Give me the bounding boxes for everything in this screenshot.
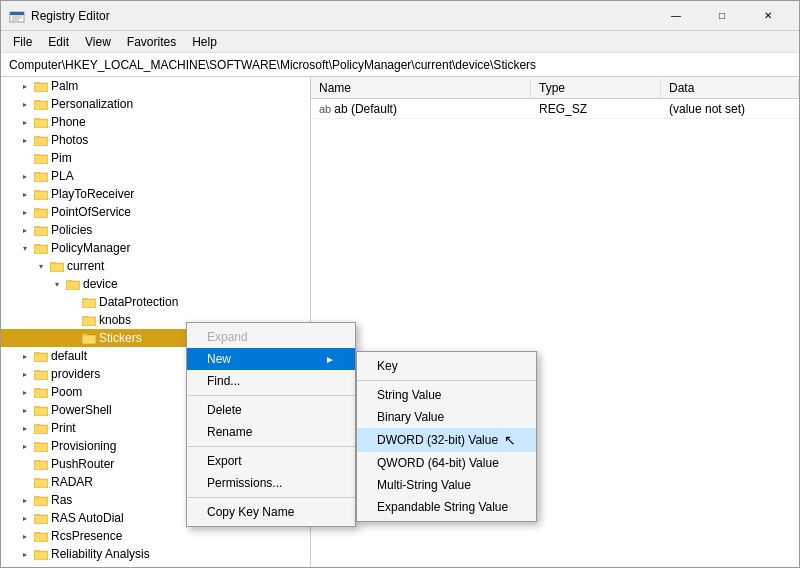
tree-expander-default[interactable]: ▸ <box>17 347 33 365</box>
tree-item-current[interactable]: ▾ current <box>1 257 310 275</box>
menu-file[interactable]: File <box>5 33 40 51</box>
tree-expander-powershell[interactable]: ▸ <box>17 401 33 419</box>
tree-item-pim[interactable]: Pim <box>1 149 310 167</box>
tree-expander-photos[interactable]: ▸ <box>17 131 33 149</box>
folder-icon-knobs <box>81 312 97 328</box>
maximize-button[interactable]: □ <box>699 1 745 31</box>
tree-item-dataprotection[interactable]: DataProtection <box>1 293 310 311</box>
menubar: File Edit View Favorites Help <box>1 31 799 53</box>
svg-rect-18 <box>34 154 40 157</box>
sub-key[interactable]: Key <box>357 355 536 377</box>
folder-icon-personalization <box>33 96 49 112</box>
sub-expandablestringvalue[interactable]: Expandable String Value <box>357 496 536 518</box>
tree-expander-ras[interactable]: ▸ <box>17 491 33 509</box>
tree-expander-current[interactable]: ▾ <box>33 257 49 275</box>
sub-dwordvalue[interactable]: DWORD (32-bit) Value ↖ <box>357 428 536 452</box>
tree-expander-reliabilityanalysis[interactable]: ▸ <box>17 545 33 563</box>
tree-expander-playtoreceiver[interactable]: ▸ <box>17 185 33 203</box>
tree-expander-palm[interactable]: ▸ <box>17 77 33 95</box>
ctx-find[interactable]: Find... <box>187 370 355 392</box>
tree-expander-personalization[interactable]: ▸ <box>17 95 33 113</box>
tree-item-pointofservice[interactable]: ▸ PointOfService <box>1 203 310 221</box>
svg-rect-12 <box>34 118 40 121</box>
tree-label-radar: RADAR <box>51 475 93 489</box>
ctx-rename[interactable]: Rename <box>187 421 355 443</box>
address-path: Computer\HKEY_LOCAL_MACHINE\SOFTWARE\Mic… <box>9 58 536 72</box>
svg-rect-1 <box>10 12 24 15</box>
svg-rect-36 <box>50 262 56 265</box>
folder-icon-rasautodial <box>33 510 49 526</box>
folder-icon-photos <box>33 132 49 148</box>
tree-expander-print[interactable]: ▸ <box>17 419 33 437</box>
ctx-export[interactable]: Export <box>187 450 355 472</box>
sub-multistringvalue[interactable]: Multi-String Value <box>357 474 536 496</box>
tree-expander-rasautodial[interactable]: ▸ <box>17 509 33 527</box>
ctx-expand[interactable]: Expand <box>187 326 355 348</box>
tree-expander-rcspresence[interactable]: ▸ <box>17 527 33 545</box>
svg-rect-3 <box>12 17 22 18</box>
tree-expander-phone[interactable]: ▸ <box>17 113 33 131</box>
title-bar-buttons: — □ ✕ <box>653 1 791 31</box>
folder-icon-pla <box>33 168 49 184</box>
folder-icon-policies <box>33 222 49 238</box>
tree-item-policymanager[interactable]: ▾ PolicyManager <box>1 239 310 257</box>
folder-icon-phone <box>33 114 49 130</box>
menu-view[interactable]: View <box>77 33 119 51</box>
minimize-button[interactable]: — <box>653 1 699 31</box>
svg-rect-75 <box>34 496 40 499</box>
tree-item-personalization[interactable]: ▸ Personalization <box>1 95 310 113</box>
col-header-data[interactable]: Data <box>661 79 799 97</box>
svg-rect-45 <box>82 316 88 319</box>
sub-sep-1 <box>357 380 536 381</box>
cell-name-0: abab (Default) <box>311 100 531 118</box>
ctx-new[interactable]: New ► <box>187 348 355 370</box>
tree-label-pushrouter: PushRouter <box>51 457 114 471</box>
tree-label-pla: PLA <box>51 169 74 183</box>
tree-expander-device[interactable]: ▾ <box>49 275 65 293</box>
tree-expander-poom[interactable]: ▸ <box>17 383 33 401</box>
tree-expander-policies[interactable]: ▸ <box>17 221 33 239</box>
tree-item-phone[interactable]: ▸ Phone <box>1 113 310 131</box>
ctx-permissions[interactable]: Permissions... <box>187 472 355 494</box>
tree-expander-policymanager[interactable]: ▾ <box>17 239 33 257</box>
list-row[interactable]: abab (Default) REG_SZ (value not set) <box>311 99 799 119</box>
tree-item-rcspresence[interactable]: ▸ RcsPresence <box>1 527 310 545</box>
menu-favorites[interactable]: Favorites <box>119 33 184 51</box>
tree-expander-provisioning[interactable]: ▸ <box>17 437 33 455</box>
tree-expander-stickers <box>65 329 81 347</box>
close-button[interactable]: ✕ <box>745 1 791 31</box>
col-header-type[interactable]: Type <box>531 79 661 97</box>
menu-help[interactable]: Help <box>184 33 225 51</box>
tree-expander-radar <box>17 473 33 491</box>
tree-item-playtoreceiver[interactable]: ▸ PlayToReceiver <box>1 185 310 203</box>
ctx-delete[interactable]: Delete <box>187 399 355 421</box>
tree-label-stickers: Stickers <box>99 331 142 345</box>
tree-item-reliabilityanalysis[interactable]: ▸ Reliability Analysis <box>1 545 310 563</box>
title-bar: Registry Editor — □ ✕ <box>1 1 799 31</box>
cursor-indicator: ↖ <box>504 432 516 448</box>
svg-rect-30 <box>34 226 40 229</box>
tree-item-device[interactable]: ▾ device <box>1 275 310 293</box>
svg-rect-33 <box>34 244 40 247</box>
cell-data-0: (value not set) <box>661 100 799 118</box>
tree-item-policies[interactable]: ▸ Policies <box>1 221 310 239</box>
submenu: Key String Value Binary Value DWORD (32-… <box>356 351 537 522</box>
sub-qwordvalue[interactable]: QWORD (64-bit) Value <box>357 452 536 474</box>
sub-binaryvalue[interactable]: Binary Value <box>357 406 536 428</box>
svg-rect-51 <box>34 352 40 355</box>
tree-item-photos[interactable]: ▸ Photos <box>1 131 310 149</box>
tree-label-device: device <box>83 277 118 291</box>
folder-icon-powershell <box>33 402 49 418</box>
tree-item-palm[interactable]: ▸ Palm <box>1 77 310 95</box>
svg-rect-78 <box>34 514 40 517</box>
col-header-name[interactable]: Name <box>311 79 531 97</box>
folder-icon-pim <box>33 150 49 166</box>
svg-rect-39 <box>66 280 72 283</box>
sub-stringvalue[interactable]: String Value <box>357 384 536 406</box>
tree-expander-providers[interactable]: ▸ <box>17 365 33 383</box>
menu-edit[interactable]: Edit <box>40 33 77 51</box>
tree-expander-pla[interactable]: ▸ <box>17 167 33 185</box>
ctx-copykeyname[interactable]: Copy Key Name <box>187 501 355 523</box>
tree-expander-pointofservice[interactable]: ▸ <box>17 203 33 221</box>
tree-item-pla[interactable]: ▸ PLA <box>1 167 310 185</box>
